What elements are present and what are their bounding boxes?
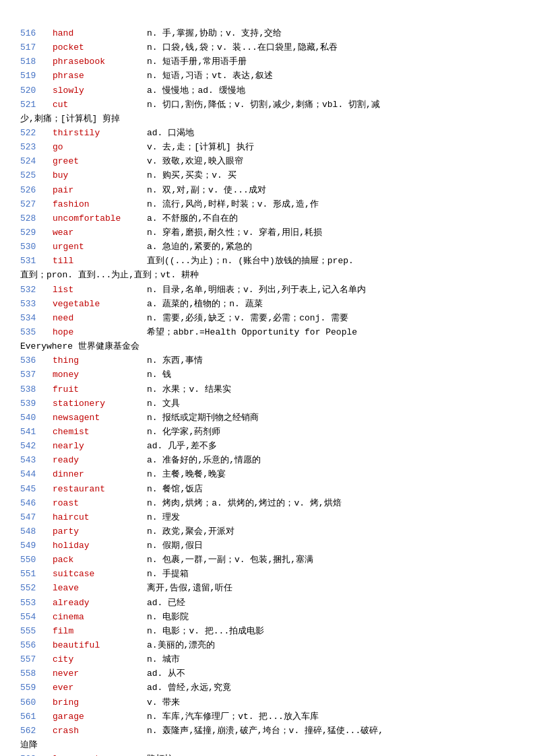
entry-def: v. 去,走；[计算机] 执行 [147, 141, 515, 154]
dictionary-entry: 529wearn. 穿着,磨损,耐久性；v. 穿着,用旧,耗损 [20, 226, 515, 240]
entry-num: 516 [20, 27, 53, 40]
dictionary-entry: 536thingn. 东西,事情 [20, 354, 515, 368]
entry-def: n. 钱 [147, 368, 515, 382]
entry-word: fashion [53, 198, 147, 211]
dictionary-entry: 550packn. 包裹,一群,一副；v. 包装,捆扎,塞满 [20, 553, 515, 567]
entry-num: 528 [20, 212, 53, 226]
dictionary-entry: 542nearlyad. 几乎,差不多 [20, 440, 515, 453]
entry-def: n. 烤肉,烘烤；a. 烘烤的,烤过的；v. 烤,烘焙 [147, 497, 515, 510]
entry-def: n. 电影；v. 把...拍成电影 [147, 625, 515, 638]
entry-num: 538 [20, 383, 53, 397]
dictionary-entry: 544dinnern. 主餐,晚餐,晚宴 [20, 468, 515, 481]
entry-word: uncomfortable [53, 212, 147, 226]
entry-num: 536 [20, 354, 53, 368]
dictionary-entry: 561garagen. 车库,汽车修理厂；vt. 把...放入车库 [20, 710, 515, 724]
entry-word: beautiful [53, 639, 147, 652]
entry-num: 518 [20, 55, 53, 69]
entry-word: hope [53, 326, 147, 339]
dictionary-entry: 549holidayn. 假期,假日 [20, 539, 515, 553]
entry-def: ad. 已经 [147, 596, 515, 610]
entry-word: vegetable [53, 298, 147, 311]
entry-num: 527 [20, 198, 53, 211]
dictionary-entry: 530urgenta. 急迫的,紧要的,紧急的 [20, 240, 515, 254]
dictionary-content: 516handn. 手,掌握,协助；v. 支持,交给517pocketn. 口袋… [20, 27, 515, 756]
entry-def: n. 假期,假日 [147, 539, 515, 553]
entry-word: go [53, 141, 147, 154]
dictionary-entry: 554cineman. 电影院 [20, 611, 515, 624]
dictionary-entry: 537moneyn. 钱 [20, 368, 515, 382]
entry-word: garage [53, 710, 147, 724]
dictionary-entry: 560bringv. 带来 [20, 696, 515, 710]
entry-word: pair [53, 184, 147, 197]
entry-def: n. 化学家,药剂师 [147, 425, 515, 439]
entry-num: 519 [20, 69, 53, 83]
entry-def: n. 切口,割伤,降低；v. 切割,减少,刺痛；vbl. 切割,减 [147, 100, 380, 110]
entry-def: n. 电影院 [147, 611, 515, 624]
entry-def: n. 口袋,钱,袋；v. 装...在口袋里,隐藏,私吞 [147, 41, 515, 55]
entry-def: n. 理发 [147, 511, 515, 524]
entry-word: cinema [53, 611, 147, 624]
entry-num: 551 [20, 568, 53, 581]
entry-num: 555 [20, 625, 53, 638]
entry-num: 535 [20, 326, 53, 339]
entry-num: 543 [20, 454, 53, 467]
entry-num: 523 [20, 141, 53, 154]
entry-def-cont: 少,刺痛；[计算机] 剪掉 [20, 114, 120, 124]
entry-num: 562 [20, 724, 53, 738]
entry-def: n. 水果；v. 结果实 [147, 383, 515, 397]
dictionary-entry: 539stationeryn. 文具 [20, 397, 515, 411]
entry-def: n. 政党,聚会,开派对 [147, 525, 515, 539]
entry-num: 556 [20, 639, 53, 652]
entry-num: 546 [20, 497, 53, 510]
entry-word: already [53, 596, 147, 610]
entry-word: roast [53, 497, 147, 510]
entry-def: v. 致敬,欢迎,映入眼帘 [147, 155, 515, 168]
entry-word: lamp-post [53, 753, 147, 756]
dictionary-entry: 546roastn. 烤肉,烘烤；a. 烘烤的,烤过的；v. 烤,烘焙 [20, 497, 515, 510]
entry-def-cont: Everywhere 世界健康基金会 [20, 341, 139, 351]
entry-num: 544 [20, 468, 53, 481]
dictionary-entry: 556beautifula.美丽的,漂亮的 [20, 639, 515, 652]
entry-word: haircut [53, 511, 147, 524]
dictionary-entry: 528uncomfortablea. 不舒服的,不自在的 [20, 212, 515, 226]
entry-word: bring [53, 696, 147, 710]
entry-word: dinner [53, 468, 147, 481]
entry-num: 541 [20, 425, 53, 439]
entry-word: chemist [53, 425, 147, 439]
entry-def: n. 东西,事情 [147, 354, 515, 368]
entry-num: 547 [20, 511, 53, 524]
dictionary-entry: 538fruitn. 水果；v. 结果实 [20, 383, 515, 397]
entry-word: buy [53, 169, 147, 182]
entry-def: n. 短语,习语；vt. 表达,叙述 [147, 69, 515, 83]
entry-def: v. 带来 [147, 696, 515, 710]
entry-num: 525 [20, 169, 53, 182]
entry-def: a. 急迫的,紧要的,紧急的 [147, 240, 515, 254]
dictionary-entry: 563lamp-post路灯柱. [20, 753, 515, 756]
entry-num: 553 [20, 596, 53, 610]
dictionary-entry: 557cityn. 城市 [20, 653, 515, 666]
entry-word: restaurant [53, 483, 147, 496]
entry-num: 537 [20, 368, 53, 382]
entry-num: 517 [20, 41, 53, 55]
entry-word: need [53, 312, 147, 325]
entry-word: nearly [53, 440, 147, 453]
entry-def: n. 包裹,一群,一副；v. 包装,捆扎,塞满 [147, 553, 515, 567]
dictionary-entry: 555filmn. 电影；v. 把...拍成电影 [20, 625, 515, 638]
entry-num: 532 [20, 283, 53, 297]
entry-def: n. 穿着,磨损,耐久性；v. 穿着,用旧,耗损 [147, 226, 515, 240]
entry-num: 558 [20, 667, 53, 681]
entry-def: n. 目录,名单,明细表；v. 列出,列于表上,记入名单内 [147, 283, 515, 297]
dictionary-entry: 547haircutn. 理发 [20, 511, 515, 524]
entry-def: n. 报纸或定期刊物之经销商 [147, 411, 515, 425]
entry-def: ad. 曾经,永远,究竟 [147, 681, 515, 695]
dictionary-entry: 523gov. 去,走；[计算机] 执行 [20, 141, 515, 154]
dictionary-entry: 541chemistn. 化学家,药剂师 [20, 425, 515, 439]
dictionary-entry: 552leave离开,告假,遗留,听任 [20, 582, 515, 595]
entry-word: fruit [53, 383, 147, 397]
dictionary-entry: 548partyn. 政党,聚会,开派对 [20, 525, 515, 539]
entry-def: n. 双,对,副；v. 使...成对 [147, 184, 515, 197]
dictionary-entry: 519phrasen. 短语,习语；vt. 表达,叙述 [20, 69, 515, 83]
entry-def: n. 主餐,晚餐,晚宴 [147, 468, 515, 481]
entry-num: 522 [20, 127, 53, 140]
entry-def: ad. 口渴地 [147, 127, 515, 140]
